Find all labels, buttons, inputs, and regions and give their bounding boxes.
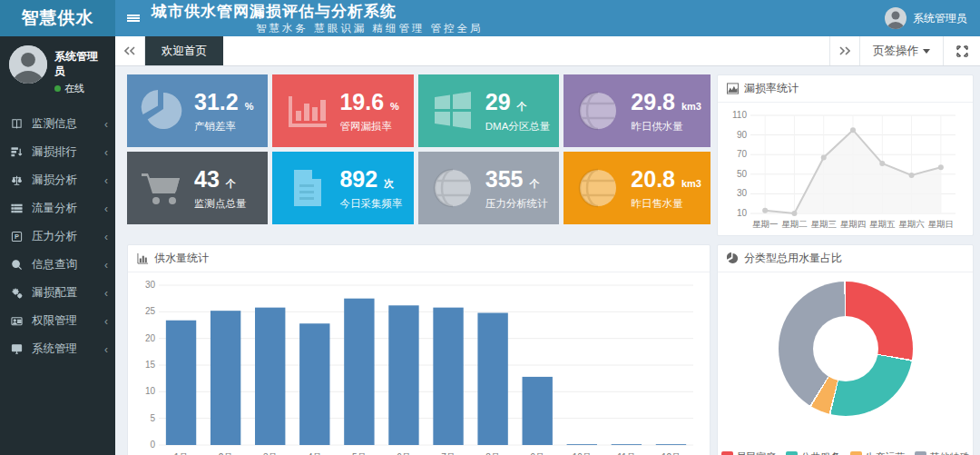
sidebar-item-8[interactable]: 系统管理‹ xyxy=(0,335,115,363)
chevron-left-icon: ‹ xyxy=(104,259,108,272)
sidebar-item-5[interactable]: 信息查询‹ xyxy=(0,251,115,279)
sidebar-item-label: 信息查询 xyxy=(32,257,104,272)
caret-down-icon xyxy=(923,49,930,54)
stat-unit: % xyxy=(245,101,254,112)
chevron-left-icon: ‹ xyxy=(104,174,108,187)
stat-card-4[interactable]: 43 个监测点总量 xyxy=(127,152,268,224)
page-subtitle: 智慧水务 慧眼识漏 精细管理 管控全局 xyxy=(152,22,484,35)
sidebar-item-label: 漏损配置 xyxy=(32,285,104,301)
header-user-name: 系统管理员 xyxy=(913,11,967,26)
stat-card-7[interactable]: 20.8 km3昨日售水量 xyxy=(564,152,710,224)
svg-text:70: 70 xyxy=(737,149,748,159)
legend-label: 生产运营 xyxy=(866,450,906,455)
chevron-left-icon: ‹ xyxy=(104,118,108,131)
stat-unit: km3 xyxy=(681,178,701,189)
sidebar-item-0[interactable]: 监测信息‹ xyxy=(0,110,115,138)
stat-label: 压力分析统计 xyxy=(485,197,548,211)
legend-item-1[interactable]: 公共服务 xyxy=(786,450,841,455)
svg-text:50: 50 xyxy=(737,169,748,179)
dashboard-content: 31.2 %产销差率19.6 %管网漏损率29 个DMA分区总量29.8 km3… xyxy=(115,66,980,455)
svg-text:10: 10 xyxy=(145,386,156,396)
chevron-left-icon: ‹ xyxy=(104,287,108,300)
legend-item-2[interactable]: 生产运营 xyxy=(850,450,906,455)
hamburger-icon[interactable] xyxy=(115,0,152,36)
stat-card-3[interactable]: 29.8 km3昨日供水量 xyxy=(564,74,710,147)
water-supply-bar-chart[interactable]: 0510152025301月2月3月4月5月6月7月8月9月10月11月12月 xyxy=(128,272,710,455)
stat-value: 19.6 xyxy=(339,89,384,114)
sidebar-item-label: 流量分析 xyxy=(32,201,104,216)
stat-unit: 个 xyxy=(529,178,539,189)
chevron-left-icon: ‹ xyxy=(104,146,108,159)
chevron-left-icon: ‹ xyxy=(104,203,108,215)
document-icon xyxy=(283,164,330,212)
header-user-menu[interactable]: 系统管理员 xyxy=(885,0,967,36)
sidebar-item-6[interactable]: 漏损配置‹ xyxy=(0,279,115,307)
top-header: 智慧供水 城市供水管网漏损评估与分析系统 智慧水务 慧眼识漏 精细管理 管控全局… xyxy=(0,0,980,36)
user-status: 在线 xyxy=(54,82,108,95)
svg-text:P: P xyxy=(15,232,19,241)
stat-card-0[interactable]: 31.2 %产销差率 xyxy=(127,74,268,147)
sidebar-item-4[interactable]: P压力分析‹ xyxy=(0,223,115,251)
chevron-left-icon: ‹ xyxy=(104,315,108,328)
legend-label: 居民家庭 xyxy=(737,450,777,455)
stat-card-6[interactable]: 355 个压力分析统计 xyxy=(418,152,560,224)
svg-text:30: 30 xyxy=(737,188,748,198)
globe-icon xyxy=(574,164,622,212)
tabs-scroll-right-icon[interactable] xyxy=(829,36,859,65)
header-bar: 城市供水管网漏损评估与分析系统 智慧水务 慧眼识漏 精细管理 管控全局 系统管理… xyxy=(115,0,980,36)
stat-unit: 个 xyxy=(226,178,236,189)
panel-title: 分类型总用水量占比 xyxy=(744,251,842,266)
sidebar-item-label: 漏损排行 xyxy=(32,144,104,160)
svg-text:30: 30 xyxy=(145,280,156,290)
stat-value: 29.8 xyxy=(631,89,675,114)
page-title: 城市供水管网漏损评估与分析系统 xyxy=(152,2,484,22)
sidebar-item-7[interactable]: 权限管理‹ xyxy=(0,307,115,335)
sidebar-item-label: 漏损分析 xyxy=(32,173,104,188)
svg-text:110: 110 xyxy=(732,110,747,120)
usage-donut-chart[interactable] xyxy=(779,282,913,416)
svg-text:5: 5 xyxy=(150,413,155,423)
tab-bar: 欢迎首页 页签操作 xyxy=(115,36,980,66)
stat-label: 昨日售水量 xyxy=(631,197,701,211)
user-avatar-icon xyxy=(885,7,906,29)
svg-text:星期三: 星期三 xyxy=(810,219,837,229)
stat-unit: 次 xyxy=(384,178,394,189)
cart-icon xyxy=(138,164,185,212)
svg-text:25: 25 xyxy=(145,306,156,316)
globe-icon xyxy=(429,164,476,212)
stat-value: 29 xyxy=(485,89,511,114)
stat-value: 892 xyxy=(339,166,377,192)
tab-welcome-home[interactable]: 欢迎首页 xyxy=(145,36,223,65)
list-icon xyxy=(11,203,25,215)
stat-card-2[interactable]: 29 个DMA分区总量 xyxy=(418,74,560,147)
stat-label: 监测点总量 xyxy=(194,197,247,211)
sidebar: 系统管理员 在线 监测信息‹漏损排行‹漏损分析‹流量分析‹P压力分析‹信息查询‹… xyxy=(0,36,115,455)
svg-text:10: 10 xyxy=(737,208,748,218)
leak-rate-line-chart[interactable]: 1030507090110星期一星期二星期三星期四星期五星期六星期日 xyxy=(718,103,973,242)
legend-label: 其他特殊 xyxy=(930,450,970,455)
stat-card-1[interactable]: 19.6 %管网漏损率 xyxy=(272,74,413,147)
legend-item-0[interactable]: 居民家庭 xyxy=(721,450,777,455)
legend-item-3[interactable]: 其他特殊 xyxy=(915,450,970,455)
gears-icon xyxy=(11,287,25,300)
sidebar-item-1[interactable]: 漏损排行‹ xyxy=(0,138,115,166)
stat-cards-grid: 31.2 %产销差率19.6 %管网漏损率29 个DMA分区总量29.8 km3… xyxy=(127,74,710,236)
panel-title: 供水量统计 xyxy=(154,251,209,266)
area-chart-icon xyxy=(727,83,739,94)
stat-card-5[interactable]: 892 次今日采集频率 xyxy=(272,152,413,224)
app-logo[interactable]: 智慧供水 xyxy=(0,0,115,36)
svg-text:星期二: 星期二 xyxy=(781,219,808,229)
panel-title: 漏损率统计 xyxy=(744,81,799,96)
svg-text:星期日: 星期日 xyxy=(928,219,955,229)
fullscreen-icon[interactable] xyxy=(944,36,980,65)
sidebar-item-label: 监测信息 xyxy=(32,116,104,132)
legend-swatch-icon xyxy=(850,451,862,455)
sidebar-item-3[interactable]: 流量分析‹ xyxy=(0,194,115,223)
stat-unit: 个 xyxy=(517,101,527,112)
tabs-scroll-left-icon[interactable] xyxy=(115,36,145,65)
stat-label: 昨日供水量 xyxy=(631,120,701,134)
ranking-icon xyxy=(11,146,25,159)
svg-text:星期一: 星期一 xyxy=(752,219,779,229)
tab-actions-dropdown[interactable]: 页签操作 xyxy=(859,36,944,65)
sidebar-item-2[interactable]: 漏损分析‹ xyxy=(0,166,115,194)
